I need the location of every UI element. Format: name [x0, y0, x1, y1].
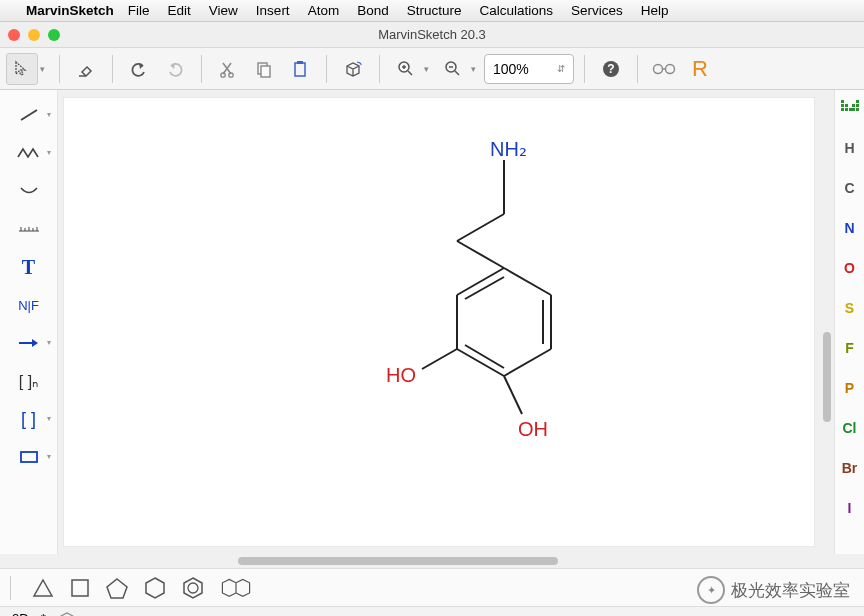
traffic-lights [8, 29, 60, 41]
close-window-button[interactable] [8, 29, 20, 41]
svg-rect-35 [841, 108, 844, 111]
element-o-button[interactable]: O [844, 260, 855, 284]
separator [201, 55, 202, 83]
left-toolbar: ▾ ▾ T N|F ▾ [ ]ₙ [ ]▾ ▾ [0, 90, 58, 554]
zoom-in-button[interactable] [390, 53, 422, 85]
bond-icon [18, 107, 40, 123]
window-title: MarvinSketch 20.3 [378, 27, 486, 42]
workspace: ▾ ▾ T N|F ▾ [ ]ₙ [ ]▾ ▾ [0, 90, 864, 554]
glasses-button[interactable] [648, 53, 680, 85]
triangle-template-button[interactable] [31, 577, 55, 599]
element-f-button[interactable]: F [845, 340, 854, 364]
caret-icon: ▾ [47, 414, 51, 423]
element-s-button[interactable]: S [845, 300, 854, 324]
svg-rect-4 [295, 63, 305, 76]
vertical-scrollbar[interactable] [820, 90, 834, 554]
svg-line-28 [504, 376, 522, 414]
watermark: ✦ 极光效率实验室 [697, 576, 850, 604]
element-p-button[interactable]: P [845, 380, 854, 404]
scroll-thumb[interactable] [238, 557, 558, 565]
redo-button[interactable] [159, 53, 191, 85]
zoom-select[interactable]: 100%⇵ [484, 54, 574, 84]
text-button[interactable]: T [9, 252, 49, 282]
measure-button[interactable] [9, 214, 49, 244]
menu-file[interactable]: File [128, 3, 150, 18]
eraser-button[interactable] [70, 53, 102, 85]
zoom-window-button[interactable] [48, 29, 60, 41]
selection-tool-button[interactable] [6, 53, 38, 85]
copy-button[interactable] [248, 53, 280, 85]
zoom-out-button[interactable] [437, 53, 469, 85]
svg-line-16 [457, 214, 504, 241]
svg-rect-31 [841, 104, 844, 107]
element-h-button[interactable]: H [844, 140, 854, 164]
status-mode[interactable]: 2D [12, 611, 29, 616]
svg-rect-34 [856, 104, 859, 107]
svg-rect-40 [72, 580, 88, 596]
caret-icon: ▾ [47, 338, 51, 347]
eraser-icon [77, 60, 95, 78]
app-name[interactable]: MarvinSketch [26, 3, 114, 18]
pentagon-template-button[interactable] [105, 577, 129, 599]
cube-status-icon[interactable] [58, 611, 76, 617]
separator [637, 55, 638, 83]
separator [59, 55, 60, 83]
dropdown-caret-icon[interactable]: ▾ [471, 64, 476, 74]
rect-icon [19, 450, 39, 464]
cut-button[interactable] [212, 53, 244, 85]
menu-bond[interactable]: Bond [357, 3, 389, 18]
element-cl-button[interactable]: Cl [843, 420, 857, 444]
svg-line-27 [422, 349, 457, 369]
3d-rotate-button[interactable] [337, 53, 369, 85]
bracket-label: [ ]ₙ [19, 372, 38, 391]
single-bond-button[interactable]: ▾ [9, 100, 49, 130]
arrow-icon [17, 337, 41, 349]
dropdown-caret-icon[interactable]: ▾ [424, 64, 429, 74]
arc-button[interactable] [9, 176, 49, 206]
cursor-icon [13, 60, 31, 78]
menu-edit[interactable]: Edit [168, 3, 191, 18]
wechat-icon: ✦ [697, 576, 725, 604]
hexagon-template-button[interactable] [143, 576, 167, 600]
minimize-window-button[interactable] [28, 29, 40, 41]
svg-point-41 [188, 583, 198, 593]
svg-point-11 [666, 64, 675, 73]
menu-structure[interactable]: Structure [407, 3, 462, 18]
ruler-icon [17, 223, 41, 235]
undo-button[interactable] [123, 53, 155, 85]
zoom-out-icon [444, 60, 462, 78]
chain-button[interactable]: ▾ [9, 138, 49, 168]
separator [379, 55, 380, 83]
paste-button[interactable] [284, 53, 316, 85]
menu-services[interactable]: Services [571, 3, 623, 18]
svg-rect-33 [852, 104, 855, 107]
bracket-n-button[interactable]: [ ]ₙ [9, 366, 49, 396]
name-button[interactable]: N|F [9, 290, 49, 320]
element-n-button[interactable]: N [844, 220, 854, 244]
menu-insert[interactable]: Insert [256, 3, 290, 18]
window-titlebar: MarvinSketch 20.3 [0, 22, 864, 48]
naphthalene-template-button[interactable] [219, 576, 255, 600]
svg-point-10 [654, 64, 663, 73]
element-i-button[interactable]: I [848, 500, 852, 524]
rectangle-button[interactable]: ▾ [9, 442, 49, 472]
square-template-button[interactable] [69, 577, 91, 599]
element-br-button[interactable]: Br [842, 460, 858, 484]
menu-atom[interactable]: Atom [308, 3, 340, 18]
scroll-thumb[interactable] [823, 332, 831, 422]
dropdown-caret-icon[interactable]: ▾ [40, 64, 45, 74]
element-c-button[interactable]: C [844, 180, 854, 204]
horizontal-scrollbar[interactable] [58, 554, 820, 568]
r-group-button[interactable]: R [684, 53, 716, 85]
bracket-button[interactable]: [ ]▾ [9, 404, 49, 434]
menu-help[interactable]: Help [641, 3, 669, 18]
drawing-canvas[interactable]: NH₂ HO OH [64, 98, 814, 546]
svg-line-17 [457, 241, 504, 268]
benzene-template-button[interactable] [181, 576, 205, 600]
arrow-button[interactable]: ▾ [9, 328, 49, 358]
svg-rect-3 [261, 66, 270, 77]
help-button[interactable]: ? [595, 53, 627, 85]
periodic-table-button[interactable] [841, 100, 859, 124]
menu-calculations[interactable]: Calculations [479, 3, 553, 18]
menu-view[interactable]: View [209, 3, 238, 18]
